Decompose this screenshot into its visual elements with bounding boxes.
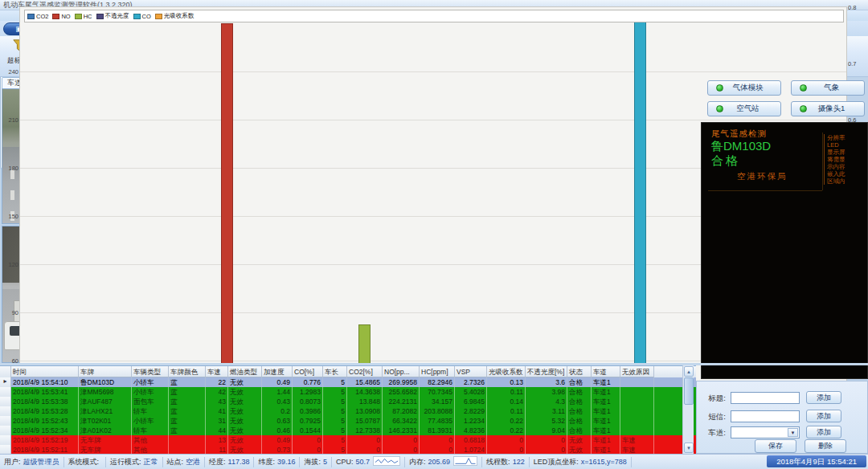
table-cell: 0.46 (262, 426, 293, 435)
column-header-13[interactable]: 光吸收系数 (487, 366, 526, 377)
save-button[interactable]: 保存 (755, 439, 796, 453)
column-header-1[interactable]: 车牌 (79, 366, 132, 377)
table-row[interactable]: 2018/4/9 15:53:28津LAHX21轿车蓝41无效0.20.3986… (0, 406, 696, 416)
table-cell: 70.7345 (420, 387, 455, 397)
table-cell: 0.14 (487, 397, 526, 406)
column-header-10[interactable]: NO[pp... (383, 366, 420, 377)
table-cell: 5 (323, 377, 347, 387)
table-cell: 2.8229 (455, 406, 487, 416)
column-header-11[interactable]: HC[ppm] (420, 366, 455, 377)
led-plate: 鲁DM103D (711, 139, 771, 154)
column-header-15[interactable]: 状态 (567, 366, 592, 377)
gas-module-button[interactable]: 气体模块 (707, 80, 781, 96)
table-cell: 轿车 (132, 406, 169, 416)
status-item: 经度:117.38 (205, 457, 254, 467)
table-cell: 0.1544 (293, 426, 323, 435)
table-cell: 面包车 (132, 397, 169, 406)
camera1-button[interactable]: 摄像头1 (791, 101, 865, 116)
table-row[interactable]: 2018/4/9 15:52:34津A01K02轿车蓝44无效0.460.154… (0, 426, 696, 435)
table-cell: 0.13 (487, 377, 526, 387)
table-cell: 43 (206, 397, 228, 406)
column-header-16[interactable]: 车道 (592, 366, 620, 377)
delete-button[interactable]: 删除 (805, 439, 846, 453)
status-value: 50.7 (356, 458, 371, 466)
weather-button[interactable]: 气象 (791, 80, 865, 96)
column-header-4[interactable]: 车速 (206, 366, 228, 377)
status-item: 用户:超级管理员 (0, 457, 64, 467)
table-scrollbar[interactable]: ▲ ▼ (682, 365, 694, 454)
row-gutter (0, 387, 11, 397)
status-label: CPU: (336, 458, 354, 466)
sms-input[interactable] (731, 410, 800, 422)
column-header-7[interactable]: CO[%] (293, 366, 323, 377)
lane-select[interactable]: ▼ (731, 426, 800, 438)
status-value: 空港 (186, 457, 200, 467)
row-gutter (0, 366, 11, 377)
table-cell: 无效 (228, 435, 262, 445)
column-header-3[interactable]: 车牌颜色 (169, 366, 206, 377)
column-header-5[interactable]: 燃油类型 (228, 366, 262, 377)
status-item: 内存:205.69 (405, 457, 482, 467)
table-cell: 0.776 (293, 377, 323, 387)
column-header-17[interactable]: 无效原因 (620, 366, 654, 377)
gridline (20, 120, 846, 120)
column-header-2[interactable]: 车辆类型 (132, 366, 169, 377)
column-header-14[interactable]: 不透光度[%] (526, 366, 567, 377)
scroll-up-icon[interactable]: ▲ (684, 366, 694, 377)
results-table: 时间车牌车辆类型车牌颜色车速燃油类型加速度CO[%]车长CO2[%]NO[pp.… (0, 365, 696, 454)
datetime-badge: 2018年4月9日 15:54:21 (767, 455, 866, 467)
table-cell: 2018/4/9 15:53:41 (11, 387, 79, 397)
table-cell: 1.44 (262, 387, 293, 397)
table-row[interactable]: 2018/4/9 15:53:41津MM5698小轿车蓝42无效1.441.29… (0, 387, 696, 397)
status-label: 海拔: (304, 457, 321, 467)
row-gutter (0, 416, 11, 426)
column-header-8[interactable]: 车长 (323, 366, 347, 377)
table-row[interactable]: ▸2018/4/9 15:54:10鲁DM103D小轿车蓝22无效0.490.7… (0, 377, 696, 387)
scroll-thumb[interactable] (684, 377, 694, 405)
add-title-button[interactable]: 添加 (806, 391, 841, 404)
title-input[interactable] (731, 392, 800, 404)
button-label: 气象 (813, 83, 850, 93)
table-cell: 22 (206, 377, 228, 387)
led-note-line: 显示屏 (827, 149, 845, 156)
table-cell: 2018/4/9 15:52:19 (11, 435, 79, 445)
table-cell: 鲁DM103D (79, 377, 132, 387)
legend-item: HC (75, 12, 92, 20)
air-station-button[interactable]: 空气站 (707, 101, 781, 116)
add-lane-button[interactable]: 添加 (806, 426, 841, 438)
table-cell: 合格 (567, 387, 592, 397)
row-gutter: ▸ (0, 377, 11, 387)
column-header-12[interactable]: VSP (455, 366, 487, 377)
table-cell: 9.04 (526, 426, 567, 435)
button-label: 摄像头1 (813, 104, 850, 114)
led-display-panel: 尾气遥感检测 鲁DM103D 合格 空港环保局 分辨率LED显示屏将需显示内容嵌… (701, 122, 868, 379)
table-row[interactable]: 2018/4/9 15:53:38津AUF487面包车蓝43无效0.430.80… (0, 397, 696, 406)
table-cell: 车道1 (592, 397, 620, 406)
led-divider (708, 190, 822, 191)
table-cell: 其他 (132, 435, 169, 445)
status-item: 系统模式: (64, 457, 107, 467)
column-header-6[interactable]: 加速度 (262, 366, 293, 377)
column-header-0[interactable]: 时间 (11, 366, 79, 377)
status-led-icon (800, 84, 807, 92)
status-value: 正常 (144, 457, 158, 467)
table-cell: 小轿车 (132, 377, 169, 387)
table-cell: 5 (323, 416, 347, 426)
status-label: 用户: (4, 457, 21, 467)
table-row[interactable]: 2018/4/9 15:52:19无车牌其他13无效0.49050000.681… (0, 435, 696, 445)
add-sms-button[interactable]: 添加 (806, 410, 841, 422)
table-cell: 269.9958 (383, 377, 420, 387)
scroll-down-icon[interactable]: ▼ (684, 442, 694, 453)
legend-swatch (133, 14, 141, 19)
table-cell: 蓝 (169, 377, 206, 387)
led-result: 合格 (711, 153, 740, 169)
table-cell: 34.157 (420, 397, 455, 406)
column-header-9[interactable]: CO2[%] (347, 366, 383, 377)
status-item: 运行模式:正常 (106, 457, 163, 467)
table-cell: 0.22 (487, 426, 526, 435)
table-cell: 6.9845 (455, 397, 487, 406)
table-cell: 5 (323, 406, 347, 416)
chevron-down-icon: ▼ (788, 428, 798, 437)
table-row[interactable]: 2018/4/9 15:52:43津T02K01小轿车蓝31无效0.630.79… (0, 416, 696, 426)
table-cell: 14.3638 (347, 387, 383, 397)
